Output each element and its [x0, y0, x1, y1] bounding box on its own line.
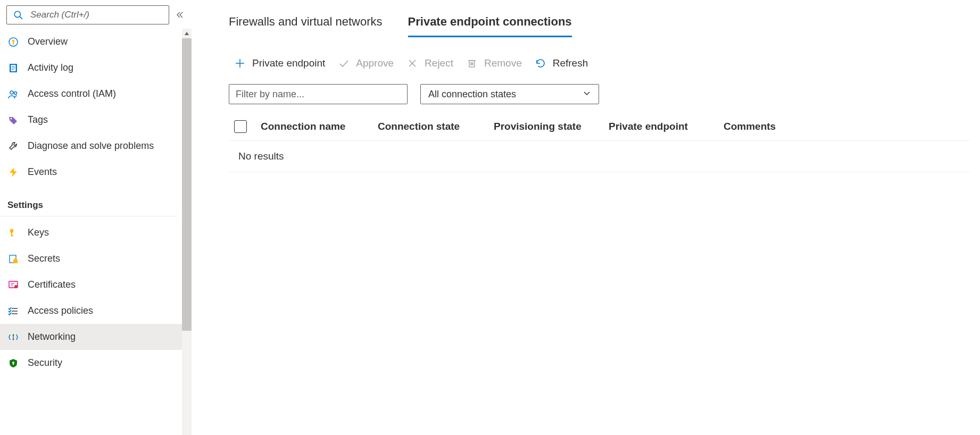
trash-icon — [466, 57, 478, 69]
plus-icon — [234, 57, 246, 69]
svg-point-4 — [12, 39, 14, 41]
col-connection-name[interactable]: Connection name — [261, 121, 378, 132]
col-comments[interactable]: Comments — [724, 121, 776, 132]
log-icon — [7, 62, 19, 74]
people-icon — [7, 88, 19, 100]
svg-point-12 — [14, 91, 17, 94]
col-private-endpoint[interactable]: Private endpoint — [609, 121, 724, 132]
bolt-icon — [7, 166, 19, 178]
refresh-label: Refresh — [553, 57, 588, 69]
nav-secrets[interactable]: Secrets — [0, 246, 192, 272]
refresh-button[interactable]: Refresh — [535, 57, 588, 69]
svg-rect-20 — [14, 258, 16, 260]
nav-item-label: Diagnose and solve problems — [28, 140, 154, 152]
nav-item-label: Events — [28, 166, 57, 178]
col-provisioning-state[interactable]: Provisioning state — [494, 121, 609, 132]
nav-diagnose[interactable]: Diagnose and solve problems — [0, 133, 192, 159]
col-connection-state[interactable]: Connection state — [378, 121, 494, 132]
svg-point-24 — [14, 285, 18, 288]
scroll-thumb[interactable] — [182, 38, 192, 331]
nav-item-label: Overview — [28, 36, 68, 47]
svg-rect-32 — [13, 363, 14, 365]
tab-private-endpoints[interactable]: Private endpoint connections — [408, 12, 572, 37]
table-header: Connection name Connection state Provisi… — [229, 116, 969, 141]
svg-marker-14 — [10, 168, 17, 177]
nav-item-label: Certificates — [28, 279, 76, 290]
x-icon — [406, 57, 418, 69]
main-content: Firewalls and virtual networksPrivate en… — [192, 0, 980, 435]
reject-label: Reject — [425, 57, 453, 69]
nav-certificates[interactable]: Certificates — [0, 272, 192, 298]
nav-keys[interactable]: Keys — [0, 220, 192, 246]
svg-point-0 — [14, 11, 20, 17]
sidebar-section-settings: Settings — [0, 185, 177, 216]
approve-button: Approve — [338, 57, 394, 69]
filters-row: All connection states — [229, 84, 969, 104]
nav-access-control[interactable]: Access control (IAM) — [0, 81, 192, 107]
svg-point-15 — [10, 229, 14, 232]
remove-button: Remove — [466, 57, 522, 69]
tab-bar: Firewalls and virtual networksPrivate en… — [229, 12, 969, 37]
nav-overview[interactable]: Overview — [0, 29, 192, 55]
select-all-checkbox[interactable] — [234, 120, 247, 133]
connection-state-filter-value: All connection states — [428, 89, 516, 100]
scroll-up-arrow-icon[interactable] — [182, 29, 192, 38]
nav-item-label: Activity log — [28, 62, 73, 73]
key-round-icon — [7, 36, 19, 48]
nav-item-label: Keys — [28, 227, 49, 238]
nav-item-label: Networking — [28, 331, 76, 342]
svg-rect-17 — [11, 235, 13, 236]
table-empty-message: No results — [229, 141, 969, 172]
certificate-icon — [7, 279, 19, 291]
sidebar: OverviewActivity logAccess control (IAM)… — [0, 0, 192, 435]
svg-point-13 — [11, 118, 12, 119]
svg-rect-5 — [13, 42, 14, 45]
nav-item-label: Secrets — [28, 253, 60, 264]
sidebar-scrollbar[interactable] — [182, 29, 192, 435]
nav-item-label: Tags — [28, 114, 48, 126]
nav-activity-log[interactable]: Activity log — [0, 55, 192, 81]
collapse-sidebar-button[interactable] — [175, 10, 185, 20]
tab-firewalls[interactable]: Firewalls and virtual networks — [229, 12, 383, 37]
toolbar: Private endpoint Approve Reject — [229, 52, 969, 84]
nav-item-label: Access policies — [28, 305, 93, 316]
nav-networking[interactable]: Networking — [0, 324, 192, 350]
search-icon — [12, 9, 24, 21]
filter-by-name-input[interactable] — [229, 84, 408, 104]
svg-point-28 — [13, 334, 14, 336]
remove-label: Remove — [484, 57, 522, 69]
approve-label: Approve — [356, 57, 394, 69]
svg-line-1 — [20, 16, 22, 19]
nav-events[interactable]: Events — [0, 159, 192, 185]
svg-marker-2 — [185, 32, 189, 35]
sidebar-search-input[interactable] — [29, 9, 163, 21]
connection-state-filter[interactable]: All connection states — [420, 84, 599, 104]
policies-icon — [7, 305, 19, 317]
reject-button: Reject — [406, 57, 453, 69]
networking-icon — [7, 331, 19, 343]
nav-security[interactable]: Security — [0, 350, 192, 376]
add-private-endpoint-label: Private endpoint — [252, 57, 325, 69]
nav-tags[interactable]: Tags — [0, 107, 192, 133]
nav-item-label: Access control (IAM) — [28, 88, 116, 99]
tag-icon — [7, 114, 19, 126]
connections-table: Connection name Connection state Provisi… — [229, 116, 969, 172]
sidebar-search-box[interactable] — [6, 5, 169, 24]
key-icon — [7, 227, 19, 239]
nav-access-policies[interactable]: Access policies — [0, 298, 192, 324]
refresh-icon — [535, 57, 546, 69]
chevron-down-icon — [583, 89, 591, 100]
secrets-icon — [7, 253, 19, 265]
nav-item-label: Security — [28, 357, 62, 369]
svg-point-29 — [13, 338, 14, 340]
svg-point-11 — [10, 91, 13, 94]
shield-icon — [7, 357, 19, 369]
check-icon — [338, 57, 350, 69]
wrench-icon — [7, 140, 19, 152]
add-private-endpoint-button[interactable]: Private endpoint — [234, 57, 325, 69]
